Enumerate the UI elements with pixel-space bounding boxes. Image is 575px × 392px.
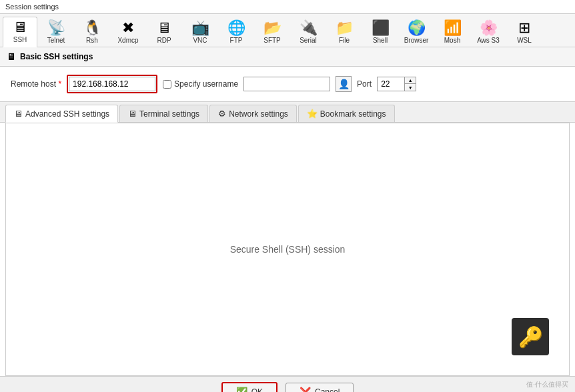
toolbar-item-file[interactable]: 📁 File [327,17,362,47]
shell-label: Shell [373,37,388,44]
browser-icon: 🌍 [408,21,426,35]
mosh-label: Mosh [444,37,460,44]
cancel-label: Cancel [315,387,340,392]
ftp-icon: 🌐 [227,21,245,35]
username-input[interactable] [243,77,330,91]
watermark: 值·什么值得买 [526,380,568,389]
vnc-icon: 📺 [191,21,209,35]
toolbar-item-awss3[interactable]: 🌸 Aws S3 [471,17,506,47]
ftp-label: FTP [230,37,243,44]
toolbar-item-ssh[interactable]: 🖥 SSH [3,17,37,47]
bookmark-tab-label: Bookmark settings [320,109,386,119]
title-bar: Session settings [0,0,575,14]
mosh-icon: 📶 [444,21,462,35]
specify-username-checkbox-label[interactable]: Specify username [163,79,238,89]
terminal-tab-label: Terminal settings [139,109,199,119]
host-input-wrapper [67,75,157,93]
ssh-description: Secure Shell (SSH) session [230,244,346,255]
rsh-icon: 🐧 [83,21,101,35]
tab-bookmark[interactable]: ⭐ Bookmark settings [298,105,395,122]
browser-label: Browser [404,37,429,44]
remote-host-label: Remote host * [11,79,61,89]
toolbar-item-sftp[interactable]: 📂 SFTP [255,17,290,47]
rdp-label: RDP [157,37,171,44]
awss3-icon: 🌸 [480,21,498,35]
cancel-icon: ❌ [300,387,311,392]
tab-network[interactable]: ⚙ Network settings [209,105,297,122]
specify-username-checkbox[interactable] [163,80,171,89]
title-text: Session settings [5,3,59,11]
file-label: File [339,37,350,44]
serial-icon: 🔌 [300,21,318,35]
ok-label: OK [251,387,263,392]
xdmcp-icon: ✖ [122,21,134,35]
section-header-icon: 🖥 [7,51,16,62]
key-icon-box: 🔑 [512,318,549,355]
wsl-label: WSL [517,37,532,44]
toolbar-item-rdp[interactable]: 🖥 RDP [147,17,181,47]
ssh-icon: 🖥 [13,20,27,35]
serial-label: Serial [300,37,317,44]
wsl-icon: ⊞ [518,21,530,35]
basic-settings-panel: Remote host * Specify username 👤 Port ▲ … [0,67,575,102]
form-row: Remote host * Specify username 👤 Port ▲ … [11,75,564,93]
footer: ✅ OK ❌ Cancel [0,376,575,392]
tabs-row: 🖥 Advanced SSH settings 🖥 Terminal setti… [0,102,575,123]
sftp-icon: 📂 [263,21,281,35]
remote-host-input[interactable] [69,77,155,91]
ssh-label: SSH [13,36,27,43]
terminal-tab-icon: 🖥 [128,109,137,119]
port-input[interactable] [378,77,404,91]
advanced-tab-icon: 🖥 [14,109,23,119]
network-tab-label: Network settings [229,109,288,119]
port-down-btn[interactable]: ▼ [405,84,416,91]
port-up-btn[interactable]: ▲ [405,77,416,84]
toolbar-item-vnc[interactable]: 📺 VNC [183,17,217,47]
ok-button[interactable]: ✅ OK [221,382,277,392]
tab-advanced[interactable]: 🖥 Advanced SSH settings [5,105,118,123]
toolbar-item-rsh[interactable]: 🐧 Rsh [75,17,109,47]
network-tab-icon: ⚙ [218,109,226,119]
sftp-label: SFTP [263,37,281,44]
toolbar-item-ftp[interactable]: 🌐 FTP [219,17,253,47]
advanced-tab-label: Advanced SSH settings [25,109,109,119]
toolbar: 🖥 SSH 📡 Telnet 🐧 Rsh ✖ Xdmcp 🖥 RDP 📺 VNC… [0,14,575,47]
content-area: Secure Shell (SSH) session 🔑 [5,123,570,376]
section-header-label: Basic SSH settings [20,52,93,61]
vnc-label: VNC [193,37,207,44]
xdmcp-label: Xdmcp [117,37,138,44]
user-icon-btn[interactable]: 👤 [336,76,352,92]
file-icon: 📁 [336,21,354,35]
bookmark-tab-icon: ⭐ [307,109,318,119]
awss3-label: Aws S3 [477,37,500,44]
toolbar-item-telnet[interactable]: 📡 Telnet [39,17,73,47]
telnet-icon: 📡 [47,21,65,35]
shell-icon: ⬛ [372,21,390,35]
toolbar-item-mosh[interactable]: 📶 Mosh [435,17,470,47]
toolbar-item-serial[interactable]: 🔌 Serial [291,17,326,47]
toolbar-item-xdmcp[interactable]: ✖ Xdmcp [111,17,145,47]
port-input-wrapper: ▲ ▼ [377,77,416,91]
ok-icon: ✅ [236,387,247,392]
cancel-button[interactable]: ❌ Cancel [285,383,354,392]
main-content: 🖥 Basic SSH settings Remote host * Speci… [0,47,575,376]
telnet-label: Telnet [47,37,65,44]
toolbar-item-wsl[interactable]: ⊞ WSL [507,17,542,47]
basic-section-header: 🖥 Basic SSH settings [0,47,575,67]
toolbar-item-shell[interactable]: ⬛ Shell [363,17,398,47]
rdp-icon: 🖥 [157,21,171,35]
rsh-label: Rsh [86,37,98,44]
specify-username-label: Specify username [174,79,238,89]
port-label: Port [357,79,372,89]
tab-terminal[interactable]: 🖥 Terminal settings [119,105,208,122]
toolbar-item-browser[interactable]: 🌍 Browser [399,17,434,47]
required-mark: * [58,79,61,89]
